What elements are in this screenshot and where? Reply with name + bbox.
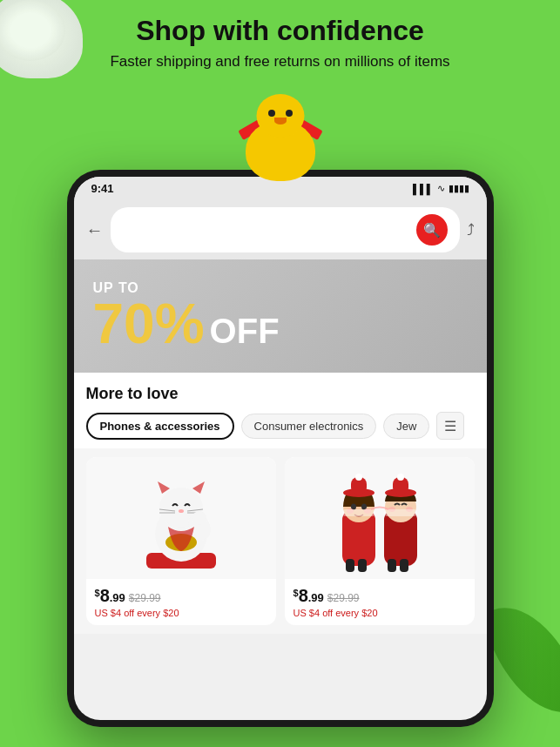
category-tabs: Phones & accessories Consumer electronic… xyxy=(86,412,475,440)
price-original-santa: $29.99 xyxy=(327,592,360,604)
search-bar: ← 🔍 ⤴ xyxy=(74,200,487,259)
product-price-santa: $8.99 $29.99 xyxy=(293,586,466,606)
product-card-cat[interactable]: $8.99 $29.99 US $4 off every $20 xyxy=(86,457,276,625)
chick-eye-right xyxy=(286,110,293,117)
price-dollars-santa: 8 xyxy=(299,586,308,605)
status-time: 9:41 xyxy=(91,182,114,195)
svg-point-29 xyxy=(397,474,404,481)
price-dollars-cat: 8 xyxy=(100,586,110,605)
tab-consumer-electronics[interactable]: Consumer electronics xyxy=(241,414,377,439)
hamburger-icon: ☰ xyxy=(444,418,456,434)
search-icon: 🔍 xyxy=(423,222,441,239)
product-info-cat: $8.99 $29.99 US $4 off every $20 xyxy=(86,579,276,625)
price-current-santa: $8.99 xyxy=(293,586,324,606)
svg-point-6 xyxy=(179,509,184,513)
product-card-santa[interactable]: $8.99 $29.99 US $4 off every $20 xyxy=(285,457,475,625)
share-button[interactable]: ⤴ xyxy=(467,221,475,239)
search-button[interactable]: 🔍 xyxy=(416,214,448,246)
banner-percent: 70% xyxy=(93,296,205,352)
more-to-love-section: More to love Phones & accessories Consum… xyxy=(74,373,487,448)
santa-svg xyxy=(332,461,428,575)
svg-rect-32 xyxy=(384,509,417,516)
tab-phones-accessories[interactable]: Phones & accessories xyxy=(86,413,234,440)
wifi-icon: ∿ xyxy=(437,183,445,194)
svg-rect-33 xyxy=(388,559,396,572)
search-input[interactable] xyxy=(123,223,416,237)
price-cents-santa: .99 xyxy=(308,591,324,604)
header: Shop with confidence Faster shipping and… xyxy=(0,16,560,72)
promo-banner: UP TO 70% OFF xyxy=(74,259,487,373)
page-title: Shop with confidence xyxy=(0,16,560,46)
svg-rect-24 xyxy=(358,559,367,572)
svg-rect-22 xyxy=(342,509,375,516)
device-frame: 9:41 ▌▌▌ ∿ ▮▮▮▮ ← 🔍 ⤴ UP TO 70% OFF xyxy=(67,170,494,727)
product-grid: $8.99 $29.99 US $4 off every $20 xyxy=(74,448,487,634)
cat-svg xyxy=(142,466,220,570)
tab-jewelry-label: Jew xyxy=(396,420,416,433)
svg-rect-23 xyxy=(346,559,354,572)
chick-eye-left xyxy=(268,110,275,117)
page-subtitle: Faster shipping and free returns on mill… xyxy=(0,51,560,72)
mascot-chick xyxy=(228,103,333,181)
svg-point-17 xyxy=(355,474,362,481)
price-discount-cat: US $4 off every $20 xyxy=(95,608,267,618)
price-cents-cat: .99 xyxy=(110,591,125,604)
tab-jewelry[interactable]: Jew xyxy=(383,414,429,439)
svg-rect-34 xyxy=(400,559,408,572)
product-price-cat: $8.99 $29.99 xyxy=(95,586,267,606)
tab-phones-accessories-label: Phones & accessories xyxy=(100,420,220,433)
back-button[interactable]: ← xyxy=(86,220,104,240)
product-image-santa xyxy=(285,457,475,579)
device-screen: 9:41 ▌▌▌ ∿ ▮▮▮▮ ← 🔍 ⤴ UP TO 70% OFF xyxy=(74,177,487,720)
banner-off: OFF xyxy=(210,312,280,351)
tab-more-button[interactable]: ☰ xyxy=(436,412,464,440)
chick-head xyxy=(256,94,304,138)
chick-beak xyxy=(274,118,287,124)
status-icons: ▌▌▌ ∿ ▮▮▮▮ xyxy=(413,183,469,194)
price-discount-santa: US $4 off every $20 xyxy=(293,608,466,618)
signal-icon: ▌▌▌ xyxy=(413,184,433,194)
battery-icon: ▮▮▮▮ xyxy=(449,183,469,194)
search-input-container: 🔍 xyxy=(111,207,460,252)
tab-consumer-electronics-label: Consumer electronics xyxy=(254,420,364,433)
price-original-cat: $29.99 xyxy=(129,592,161,604)
product-image-cat xyxy=(86,457,276,579)
price-current-cat: $8.99 xyxy=(95,586,125,606)
product-info-santa: $8.99 $29.99 US $4 off every $20 xyxy=(285,579,475,625)
svg-point-12 xyxy=(192,511,206,525)
section-title: More to love xyxy=(86,385,475,403)
